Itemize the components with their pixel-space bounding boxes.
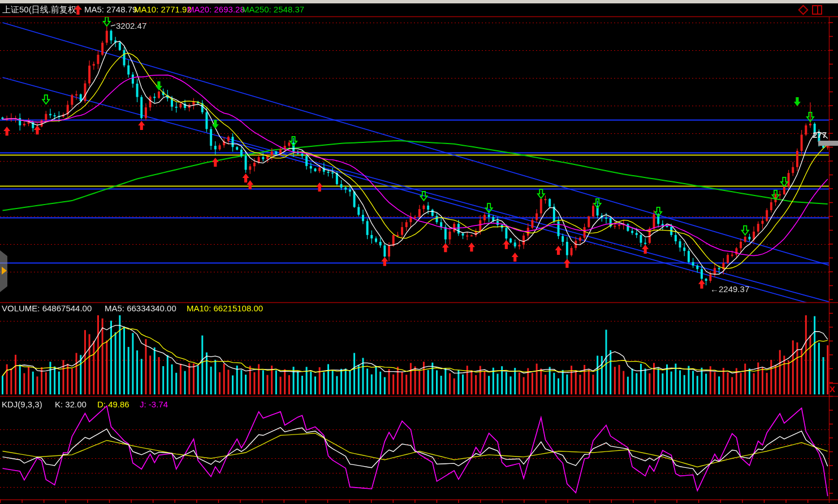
- close-pane-icon[interactable]: X: [830, 384, 835, 394]
- kdj-k-value: K: 32.00: [55, 399, 87, 409]
- ma10-value: MA10: 2771.92: [134, 5, 192, 14]
- last-price-label: 277: [813, 130, 827, 140]
- low-price-label: ←2249.37: [710, 284, 749, 294]
- symbol-title: 上证50(日线.前复权): [2, 5, 79, 15]
- ma250-value: MA250: 2548.37: [242, 5, 304, 14]
- ma20-value: MA20: 2693.28: [187, 5, 245, 14]
- volume-ma5-value: MA5: 66334340.00: [105, 303, 176, 313]
- kdj-j-value: J: -3.74: [140, 399, 168, 409]
- volume-value: VOLUME: 64867544.00: [2, 303, 92, 313]
- ma5-value: MA5: 2748.79: [84, 5, 137, 14]
- kdj-d-value: D: 49.86: [97, 399, 129, 409]
- volume-ma10-value: MA10: 66215108.00: [187, 303, 263, 313]
- chart-canvas[interactable]: [0, 0, 838, 504]
- peak-price-label: 3202.47: [116, 21, 146, 31]
- expand-right-arrow-icon: [2, 267, 7, 275]
- kdj-params-label: KDJ(9,3,3): [2, 399, 42, 409]
- stock-chart-app: { "window": { "title": "上证50(日线.前复权)", "…: [0, 0, 838, 504]
- split-window-icon-divider: [817, 6, 820, 14]
- split-window-icon[interactable]: [812, 5, 822, 15]
- last-price-tag: [818, 141, 838, 146]
- trend-up-arrow-icon: [74, 5, 83, 15]
- window-top-edge: [0, 0, 838, 3]
- panel-expand-handle[interactable]: [0, 250, 7, 292]
